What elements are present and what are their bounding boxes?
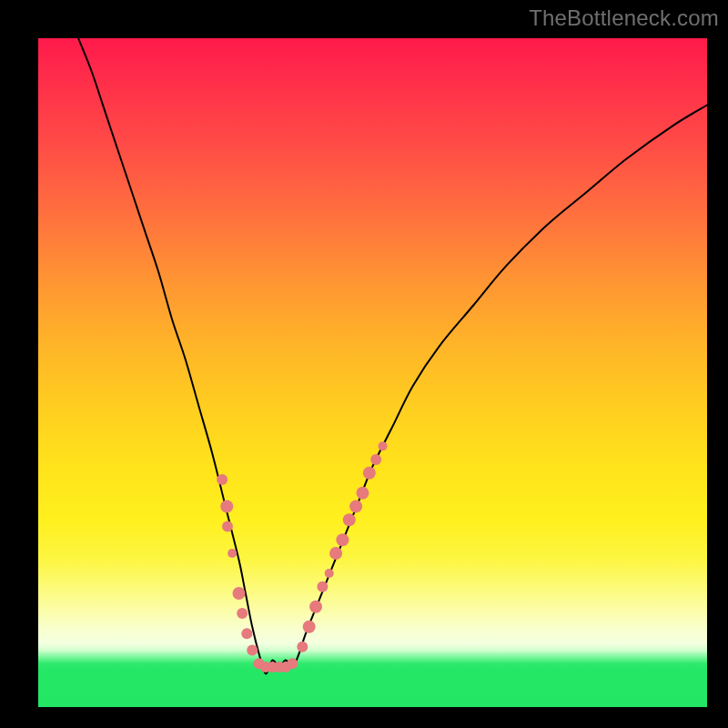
data-point-marker: [363, 467, 376, 480]
marker-layer: [217, 441, 387, 672]
plot-area: [38, 38, 707, 707]
data-point-marker: [287, 658, 298, 669]
data-point-marker: [222, 521, 233, 532]
data-point-marker: [228, 549, 237, 558]
data-point-marker: [237, 608, 248, 619]
data-point-marker: [220, 500, 233, 513]
chart-svg: [38, 38, 707, 707]
chart-frame: TheBottleneck.com: [0, 0, 728, 728]
bottleneck-curve: [78, 38, 707, 673]
data-point-marker: [336, 533, 349, 546]
data-point-marker: [356, 487, 369, 500]
data-point-marker: [297, 642, 308, 652]
data-point-marker: [303, 621, 316, 633]
data-point-marker: [349, 500, 362, 513]
data-point-marker: [379, 441, 388, 450]
data-point-marker: [329, 547, 342, 560]
data-point-marker: [217, 474, 228, 485]
data-point-marker: [309, 601, 322, 613]
watermark-text: TheBottleneck.com: [529, 5, 719, 31]
data-point-marker: [247, 645, 258, 656]
data-point-marker: [317, 581, 328, 592]
data-point-marker: [233, 587, 246, 600]
data-point-marker: [370, 454, 381, 465]
data-point-marker: [343, 513, 356, 526]
data-point-marker: [325, 569, 334, 578]
data-point-marker: [241, 628, 252, 639]
